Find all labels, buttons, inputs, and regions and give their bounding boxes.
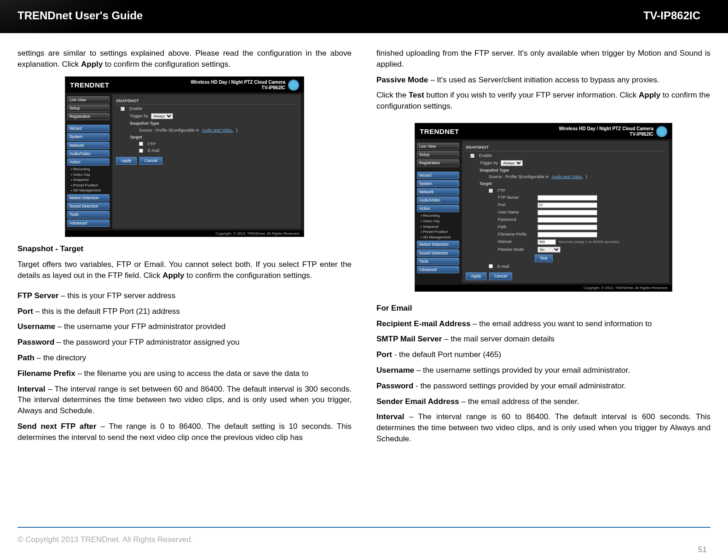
nav-tools[interactable]: Tools: [417, 258, 459, 265]
nav-setup[interactable]: Setup: [67, 104, 110, 112]
nav-sound[interactable]: Sound Detection: [67, 202, 110, 210]
cancel-button[interactable]: Cancel: [489, 272, 512, 280]
nav-sub-recording[interactable]: • Recording: [417, 213, 459, 219]
def-key: Username: [17, 322, 55, 331]
cloud-icon: [288, 80, 299, 91]
interval-hint: Seconds (range 1 to 86400 seconds): [559, 240, 619, 244]
snapshot-type-label: Snapshot Type: [466, 167, 665, 174]
nav-tools[interactable]: Tools: [67, 211, 110, 218]
nav-action[interactable]: Action: [417, 205, 459, 212]
nav-audio-video[interactable]: Audio/Video: [67, 150, 110, 157]
def-val: – the password your FTP administrator as…: [54, 338, 239, 346]
nav-advanced[interactable]: Advanced: [67, 219, 110, 227]
nav-setup[interactable]: Setup: [417, 151, 459, 158]
snapshot-heading: SNAPSHOT: [466, 145, 665, 151]
nav-network[interactable]: Network: [67, 142, 110, 149]
def-key: Filename Prefix: [17, 369, 75, 378]
nav-registration[interactable]: Registration: [67, 113, 110, 120]
def-key: Interval: [17, 385, 45, 393]
def-key: Send next FTP after: [17, 422, 97, 431]
apply-button[interactable]: Apply: [116, 157, 137, 165]
nav-sub-videoclip[interactable]: • Video Clip: [417, 219, 459, 224]
nav-network[interactable]: Network: [417, 188, 459, 196]
nav-live-view[interactable]: Live View: [67, 96, 110, 104]
nav-sub-sd[interactable]: • SD Management: [67, 188, 110, 193]
interval-input[interactable]: [537, 239, 556, 245]
def-val: - the password settings provided by your…: [413, 381, 626, 390]
text: Click the: [376, 91, 409, 99]
source-text: Source : Profile 3(configurable in: [139, 128, 199, 133]
nav-system[interactable]: System: [67, 133, 110, 140]
sidebar-nav: Live View Setup Registration Wizard Syst…: [415, 139, 461, 285]
screenshot-snapshot-basic: TRENDNET Wireless HD Day / Night PTZ Clo…: [65, 76, 304, 237]
trigger-by-select[interactable]: Always: [501, 160, 523, 166]
ftp-checkbox[interactable]: [139, 142, 143, 146]
apply-button[interactable]: Apply: [466, 272, 486, 280]
nav-sub-preset[interactable]: • Preset Position: [417, 229, 459, 235]
nav-sub-snapshot[interactable]: • Snapshot: [417, 224, 459, 230]
nav-system[interactable]: System: [417, 180, 459, 187]
cloud-icon: [656, 126, 667, 137]
def-key: FTP Server: [17, 291, 58, 300]
page-number: 51: [698, 545, 707, 554]
nav-wizard[interactable]: Wizard: [417, 172, 459, 179]
nav-live-view[interactable]: Live View: [417, 143, 459, 150]
email-checkbox[interactable]: [139, 149, 143, 153]
audio-video-link[interactable]: Audio and Video.: [202, 128, 233, 133]
path-label: Path: [498, 225, 535, 230]
nav-motion[interactable]: Motion Detection: [67, 194, 110, 202]
ftp-checkbox[interactable]: [489, 189, 493, 193]
enable-checkbox[interactable]: [121, 107, 125, 111]
nav-sub-snapshot[interactable]: • Snapshot: [67, 177, 110, 183]
nav-advanced[interactable]: Advanced: [417, 266, 459, 273]
path-input[interactable]: [537, 225, 597, 230]
email-label: E-mail: [497, 264, 509, 269]
footer-separator: [17, 527, 711, 528]
port-input[interactable]: [537, 202, 597, 208]
passive-label: Passive Mode: [498, 247, 535, 252]
nav-wizard[interactable]: Wizard: [67, 125, 110, 132]
email-checkbox[interactable]: [489, 264, 493, 268]
copyright-footer: © Copyright 2013 TRENDnet. All Rights Re…: [17, 535, 711, 544]
nav-sub-preset[interactable]: • Preset Position: [67, 183, 110, 188]
def-key: Interval: [376, 412, 404, 421]
snapshot-panel: SNAPSHOT Enable Trigger by Always Snapsh…: [112, 94, 301, 229]
username-input[interactable]: [537, 210, 597, 215]
def-val: – the mail server domain details: [442, 335, 555, 343]
nav-audio-video[interactable]: Audio/Video: [417, 196, 459, 204]
audio-video-link[interactable]: Audio and Video.: [552, 174, 583, 179]
enable-checkbox[interactable]: [470, 154, 474, 158]
nav-registration[interactable]: Registration: [417, 159, 459, 167]
snapshot-heading: SNAPSHOT: [116, 98, 297, 105]
snapshot-type-label: Snapshot Type: [116, 120, 297, 127]
prefix-input[interactable]: [537, 232, 597, 237]
nav-sub-recording[interactable]: • Recording: [67, 167, 110, 172]
nav-action[interactable]: Action: [67, 158, 110, 166]
nav-sub-sd[interactable]: • SD Management: [417, 235, 459, 240]
camera-title: Wireless HD Day / Night PTZ Cloud Camera…: [559, 126, 653, 137]
nav-motion[interactable]: Motion Detection: [417, 241, 459, 248]
def-val: – this is the default FTP Port (21) addr…: [33, 307, 180, 316]
trigger-by-label: Trigger by: [130, 114, 148, 119]
ftp-server-input[interactable]: [537, 195, 597, 201]
cancel-button[interactable]: Cancel: [139, 157, 162, 165]
enable-label: Enable: [479, 153, 492, 158]
nav-sub-videoclip[interactable]: • Video Clip: [67, 172, 110, 178]
text: button if you wish to verify your FTP se…: [424, 91, 639, 99]
trigger-by-select[interactable]: Always: [151, 113, 173, 119]
page-header: TRENDnet User's Guide TV-IP862IC: [0, 0, 728, 33]
ftp-server-label: FTP Server: [498, 195, 535, 200]
password-input[interactable]: [537, 217, 597, 223]
left-column: settings are similar to settings explain…: [17, 48, 352, 449]
def-val: – the username settings provided by your…: [414, 366, 630, 375]
def-val: – The interval range is 60 to 86400. The…: [376, 412, 711, 443]
password-label: Password: [498, 217, 535, 222]
trigger-by-label: Trigger by: [480, 161, 498, 166]
ftp-label: FTP: [148, 142, 156, 147]
nav-sound[interactable]: Sound Detection: [417, 249, 459, 257]
test-word: Test: [409, 91, 424, 99]
passive-select[interactable]: No: [537, 247, 560, 253]
def-val: – the directory: [35, 353, 86, 362]
screenshot-footer: Copyright, © 2013, TRENDnet. All Rights …: [415, 285, 672, 291]
test-button[interactable]: Test: [535, 254, 553, 262]
